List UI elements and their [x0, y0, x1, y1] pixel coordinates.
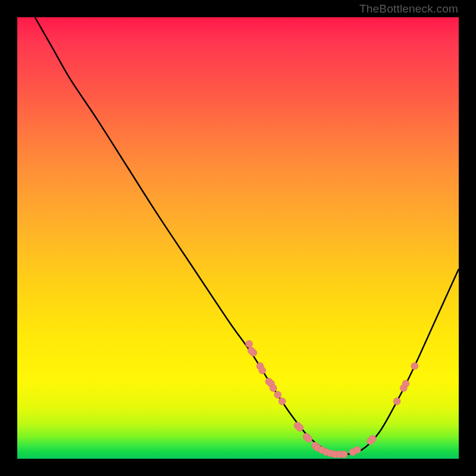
data-point	[402, 380, 409, 387]
plot-area	[17, 17, 459, 459]
bottleneck-curve	[35, 17, 459, 455]
data-point	[393, 398, 400, 405]
data-point	[369, 436, 376, 443]
data-point	[305, 436, 312, 443]
watermark-text: TheBottleneck.com	[359, 2, 458, 15]
data-point	[278, 398, 286, 405]
data-point	[270, 384, 277, 392]
data-point	[340, 451, 347, 458]
data-markers	[246, 340, 418, 458]
data-point	[246, 340, 253, 347]
data-point	[411, 362, 418, 369]
data-point	[296, 424, 303, 431]
data-point	[353, 446, 361, 453]
data-point	[259, 367, 266, 374]
data-point	[248, 347, 255, 354]
chart-container	[17, 17, 459, 459]
data-point	[274, 391, 281, 398]
chart-svg	[17, 17, 459, 459]
